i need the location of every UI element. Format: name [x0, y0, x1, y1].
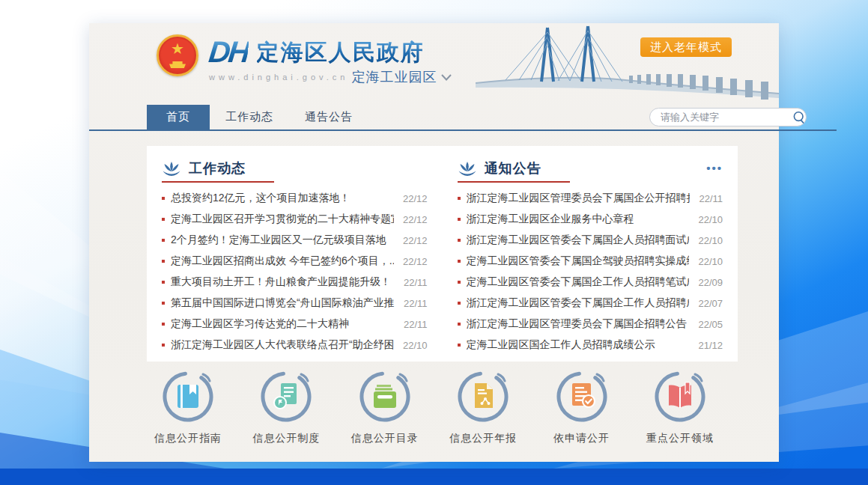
news-date: 22/11: [404, 298, 428, 309]
news-item[interactable]: 2个月签约！定海工业园区又一亿元级项目落地22/12: [162, 230, 428, 251]
news-title[interactable]: 总投资约12亿元，这个项目加速落地！: [171, 192, 394, 205]
quick-link-guide[interactable]: 信息公开指南: [142, 369, 234, 445]
open-book-icon: [669, 382, 691, 408]
notices-header: 通知公告 •••: [458, 155, 723, 182]
news-title[interactable]: 浙江定海工业园区管委会下属国企工作人员招聘成...: [467, 296, 690, 310]
quick-link-label[interactable]: 重点公开领域: [634, 432, 726, 445]
news-item[interactable]: 定海工业园区召开学习贯彻党的二十大精神专题宣...22/12: [162, 209, 428, 230]
bullet-icon: [458, 344, 461, 347]
news-title[interactable]: 重大项目动土开工！舟山粮食产业园提能升级！: [171, 275, 395, 289]
news-title[interactable]: 定海工业园区管委会下属国企驾驶员招聘实操成绩: [467, 254, 690, 268]
news-title[interactable]: 浙江定海工业园区人大代表联络点召开“助企纾困...: [171, 338, 394, 352]
news-date: 22/05: [698, 319, 723, 330]
news-title[interactable]: 定海工业园区管委会下属国企工作人员招聘笔试成...: [467, 275, 690, 289]
news-item[interactable]: 重大项目动土开工！舟山粮食产业园提能升级！22/11: [162, 272, 428, 293]
quick-link-label[interactable]: 依申请公开: [535, 432, 628, 445]
news-date: 21/12: [698, 340, 723, 351]
bullet-icon: [162, 302, 165, 305]
work-dynamics-list: 总投资约12亿元，这个项目加速落地！22/12 定海工业园区召开学习贯彻党的二十…: [162, 188, 428, 356]
news-title[interactable]: 第五届中国国际进口博览会“舟山国际粮油产业推...: [171, 296, 395, 310]
bullet-icon: [162, 260, 165, 263]
news-title[interactable]: 浙江定海工业园区管委会下属国企人员招聘面试成...: [467, 234, 690, 247]
bullet-icon: [162, 323, 165, 326]
news-item[interactable]: 定海工业园区管委会下属国企驾驶员招聘实操成绩22/10: [458, 251, 723, 272]
tab-announcements[interactable]: 通告公告: [289, 105, 368, 129]
main-navigation: 首页 工作动态 通告公告: [89, 105, 837, 131]
news-item[interactable]: 浙江定海工业园区管理委员会下属国企招聘公告22/05: [458, 314, 723, 335]
annual-report-icon: [475, 383, 493, 408]
news-title[interactable]: 浙江定海工业园区管理委员会下属国企招聘公告: [467, 317, 690, 331]
news-date: 22/12: [403, 256, 428, 267]
quick-links-row: 信息公开指南 信息公开制度: [142, 369, 726, 445]
quick-link-annual-report[interactable]: 信息公开年报: [437, 369, 529, 445]
news-item[interactable]: 浙江定海工业园区人大代表联络点召开“助企纾困...22/10: [162, 335, 428, 356]
bullet-icon: [458, 197, 461, 200]
bullet-icon: [162, 344, 165, 347]
news-date: 22/10: [698, 235, 723, 246]
background-bottom-band: [0, 469, 868, 485]
apply-checklist-icon: [572, 383, 595, 407]
quick-link-label[interactable]: 信息公开目录: [339, 432, 431, 445]
chevron-down-icon[interactable]: [441, 74, 452, 81]
section-title[interactable]: 工作动态: [189, 159, 246, 177]
quick-link-key-areas[interactable]: 重点公开领域: [634, 369, 726, 445]
quick-link-catalog[interactable]: 信息公开目录: [339, 369, 431, 445]
news-date: 22/11: [404, 319, 428, 330]
bullet-icon: [162, 197, 165, 200]
news-date: 22/12: [403, 214, 428, 225]
news-date: 22/10: [403, 340, 428, 351]
news-date: 22/11: [404, 277, 428, 288]
bullet-icon: [458, 218, 461, 221]
news-title[interactable]: 2个月签约！定海工业园区又一亿元级项目落地: [171, 234, 394, 247]
bullet-icon: [162, 239, 165, 242]
news-item[interactable]: 总投资约12亿元，这个项目加速落地！22/12: [162, 188, 428, 209]
news-date: 22/12: [403, 193, 428, 204]
tab-work-dynamics[interactable]: 工作动态: [210, 105, 289, 129]
news-date: 22/11: [699, 193, 723, 204]
site-header: DH 定海区人民政府 www.dinghai.gov.cn 定海工业园区 进入老…: [89, 23, 779, 105]
notices-list: 浙江定海工业园区管理委员会下属国企公开招聘拟...22/11 浙江定海工业园区企…: [458, 188, 723, 356]
work-dynamics-column: 工作动态 总投资约12亿元，这个项目加速落地！22/12 定海工业园区召开学习贯…: [162, 155, 428, 362]
quick-link-label[interactable]: 信息公开年报: [437, 432, 529, 445]
news-item[interactable]: 定海工业园区管委会下属国企工作人员招聘笔试成...22/09: [458, 272, 723, 293]
news-title[interactable]: 定海工业园区学习传达党的二十大精神: [171, 317, 395, 331]
quick-link-label[interactable]: 信息公开指南: [142, 432, 234, 445]
page-card: DH 定海区人民政府 www.dinghai.gov.cn 定海工业园区 进入老…: [89, 23, 779, 462]
news-title[interactable]: 浙江定海工业园区企业服务中心章程: [467, 213, 690, 226]
more-button[interactable]: •••: [706, 165, 723, 172]
news-item[interactable]: 浙江定海工业园区管委会下属国企工作人员招聘成...22/07: [458, 293, 723, 314]
news-item[interactable]: 浙江定海工业园区企业服务中心章程22/10: [458, 209, 723, 230]
bullet-icon: [458, 260, 461, 263]
brand-block: DH 定海区人民政府 www.dinghai.gov.cn 定海工业园区: [209, 37, 452, 86]
news-date: 22/10: [698, 214, 723, 225]
news-title[interactable]: 定海工业园区招商出成效 今年已签约6个项目，...: [171, 254, 394, 268]
site-title: 定海区人民政府: [257, 38, 425, 67]
search-icon[interactable]: [792, 111, 806, 124]
national-emblem: [157, 34, 198, 76]
elderly-mode-button[interactable]: 进入老年模式: [640, 37, 732, 57]
lotus-icon: [458, 162, 477, 176]
tab-home[interactable]: 首页: [147, 105, 210, 129]
news-item[interactable]: 定海工业园区招商出成效 今年已签约6个项目，...22/12: [162, 251, 428, 272]
sub-site-selector[interactable]: 定海工业园区: [351, 68, 437, 86]
news-title[interactable]: 浙江定海工业园区管理委员会下属国企公开招聘拟...: [467, 192, 691, 205]
search-box[interactable]: [649, 108, 807, 126]
search-input[interactable]: [650, 112, 792, 123]
news-title[interactable]: 定海工业园区国企工作人员招聘成绩公示: [467, 338, 690, 352]
news-item[interactable]: 浙江定海工业园区管理委员会下属国企公开招聘拟...22/11: [458, 188, 723, 209]
news-title[interactable]: 定海工业园区召开学习贯彻党的二十大精神专题宣...: [171, 213, 394, 226]
news-item[interactable]: 浙江定海工业园区管委会下属国企人员招聘面试成...22/10: [458, 230, 723, 251]
news-date: 22/10: [698, 256, 723, 267]
rules-document-icon: [274, 383, 297, 409]
news-item[interactable]: 第五届中国国际进口博览会“舟山国际粮油产业推...22/11: [162, 293, 428, 314]
bridge-illustration: [476, 23, 779, 105]
quick-link-rules[interactable]: 信息公开制度: [240, 369, 333, 445]
news-item[interactable]: 定海工业园区学习传达党的二十大精神22/11: [162, 314, 428, 335]
site-url: www.dinghai.gov.cn: [209, 73, 348, 82]
quick-link-apply[interactable]: 依申请公开: [535, 369, 628, 445]
quick-link-label[interactable]: 信息公开制度: [240, 432, 333, 445]
news-item[interactable]: 定海工业园区国企工作人员招聘成绩公示21/12: [458, 335, 723, 356]
section-title[interactable]: 通知公告: [485, 159, 541, 177]
bullet-icon: [162, 218, 165, 221]
notices-column: 通知公告 ••• 浙江定海工业园区管理委员会下属国企公开招聘拟...22/11 …: [458, 155, 723, 362]
